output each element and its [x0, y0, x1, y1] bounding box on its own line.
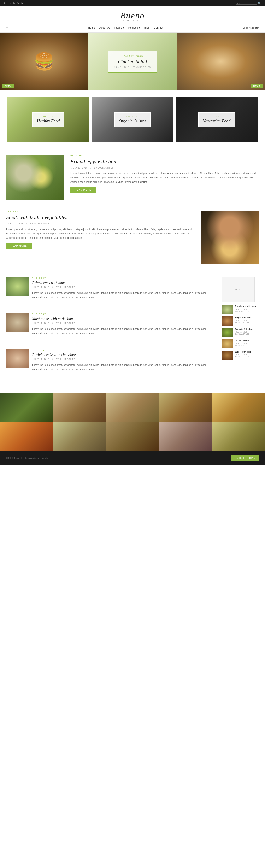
section-divider-1	[6, 271, 259, 271]
category-card-2[interactable]: THE BEST Vegetarian Food	[175, 97, 258, 142]
featured-read-more[interactable]: Read More	[70, 187, 96, 193]
blog-author-0: BY JULIA STILES	[56, 286, 75, 288]
blog-item-text-0: Lorem ipsum dolor sit amet, consectetur …	[32, 291, 218, 300]
blog-thumb-2	[6, 349, 29, 368]
site-tagline: Food Blog	[0, 20, 265, 22]
nav-about[interactable]: About Us	[99, 26, 110, 29]
steak-read-more[interactable]: Read More	[6, 243, 32, 249]
sidebar-thumb-info-2: Avocado & Olsters JULY 11, 2018 BY JULIA…	[235, 328, 253, 335]
hero-author: BY JULIA STILES	[133, 66, 151, 68]
gallery-image-3	[159, 393, 212, 422]
blog-item-meta-1: JULY 11, 2018 / BY JULIA STILES	[32, 322, 218, 324]
blog-date-1: JULY 11, 2018	[33, 322, 49, 324]
twitter-icon[interactable]: t	[7, 2, 8, 5]
pinterest-icon[interactable]: p	[10, 2, 11, 5]
dribbble-icon[interactable]: ⊕	[17, 2, 19, 5]
category-card-0[interactable]: THE BEST Healthy Food	[7, 97, 90, 142]
prev-arrow[interactable]: PREV	[2, 84, 14, 88]
featured-article-content: HEALTHY Friend eggs with ham JULY 11, 20…	[70, 155, 259, 193]
gallery-image-4	[212, 393, 265, 422]
gallery-image-1	[53, 393, 106, 422]
gallery-grid	[0, 393, 265, 451]
steak-date: JULY 11, 2018	[7, 223, 23, 225]
gallery-item-9[interactable]	[212, 422, 265, 451]
category-title-2: Vegetarian Food	[203, 119, 231, 123]
hero-meta: JULY 11, 2018 / BY JULIA STILES	[114, 66, 151, 68]
blog-date-0: JULY 11, 2018	[33, 286, 49, 288]
blog-list-item-0: THE BEST Friend eggs with ham JULY 11, 2…	[6, 277, 218, 308]
sidebar-thumb-3: Tortilla prawns JULY 11, 2018 BY JULIA S…	[222, 339, 259, 348]
social-icons: f t p ◎ ⊕ in	[4, 2, 23, 5]
featured-date: JULY 11, 2018	[71, 167, 88, 169]
gallery-item-5[interactable]	[0, 422, 53, 451]
featured-author: BY JULIA STILES	[94, 167, 114, 169]
sidebar-thumb-info-3: Tortilla prawns JULY 11, 2018 BY JULIA S…	[235, 339, 250, 346]
gallery-image-6	[53, 422, 106, 451]
search-icon[interactable]: 🔍	[258, 2, 261, 5]
top-bar: f t p ◎ ⊕ in 🔍	[0, 0, 265, 6]
gallery-image-5	[0, 422, 53, 451]
blog-author-2: BY JULIA STILES	[56, 358, 75, 361]
hamburger-icon[interactable]: ≡	[6, 26, 8, 30]
blog-item-text-2: Lorem ipsum dolor sit amet, consectetur …	[32, 363, 218, 371]
blog-item-category-0: THE BEST	[32, 277, 218, 279]
nav-recipes[interactable]: Recipes ▾	[128, 26, 140, 29]
facebook-icon[interactable]: f	[4, 2, 5, 5]
sidebar-thumb-info-4: Burger with fries JULY 11, 2018 BY JULIA…	[235, 350, 251, 358]
gallery-item-2[interactable]	[106, 393, 159, 422]
blog-item-content-2: THE BEST Birthday cake with chocolate JU…	[32, 349, 218, 375]
back-to-top-button[interactable]: BACK TO TOP ↑	[231, 455, 259, 461]
blog-list: THE BEST Friend eggs with ham JULY 11, 2…	[6, 277, 218, 385]
steak-article-image	[201, 211, 259, 265]
search-bar: 🔍	[236, 2, 261, 5]
nav-blog[interactable]: Blog	[144, 26, 150, 29]
gallery-item-3[interactable]	[159, 393, 212, 422]
steak-category: THE BEST	[6, 211, 195, 213]
ad-placeholder: 140×300	[222, 277, 255, 302]
main-nav: ≡ Home About Us Pages ▾ Recipes ▾ Blog C…	[0, 23, 265, 32]
site-logo[interactable]: Bueno	[0, 10, 265, 21]
gallery-item-1[interactable]	[53, 393, 106, 422]
blog-item-title-0: Friend eggs with ham	[32, 281, 218, 285]
login-register[interactable]: Login / Register	[243, 27, 259, 29]
sidebar-thumb-title-3: Tortilla prawns	[235, 339, 250, 342]
sidebar-thumb-meta-0: JULY 11, 2018 BY JULIA STILES	[235, 308, 256, 312]
category-sub-1: THE BEST	[119, 116, 146, 118]
search-input[interactable]	[236, 2, 257, 5]
blog-item-category-2: THE BEST	[32, 349, 218, 351]
category-label-0: THE BEST Healthy Food	[32, 112, 64, 127]
gallery-image-0	[0, 393, 53, 422]
blog-thumb-image-2	[6, 349, 29, 368]
gallery-image-2	[106, 393, 159, 422]
hero-center-overlay: HEALTHY FOOD Chicken Salad JULY 11, 2018…	[89, 32, 177, 91]
steak-author: BY JULIA STILES	[30, 223, 50, 225]
steak-article-content: THE BEST Steak with boiled vegetables JU…	[6, 211, 195, 249]
steak-meta: JULY 11, 2018 / BY JULIA STILES	[6, 223, 195, 225]
nav-home[interactable]: Home	[88, 26, 95, 29]
category-label-1: THE BEST Organic Cuisine	[114, 112, 151, 127]
blog-item-title-1: Mushrooms with pork chop	[32, 317, 218, 321]
burger-fries-image	[201, 211, 259, 265]
gallery-item-4[interactable]	[212, 393, 265, 422]
nav-contact[interactable]: Contact	[154, 26, 163, 29]
nav-pages[interactable]: Pages ▾	[114, 26, 124, 29]
categories-section: THE BEST Healthy Food THE BEST Organic C…	[0, 97, 265, 142]
next-arrow[interactable]: NEXT	[251, 84, 263, 88]
blog-item-content-0: THE BEST Friend eggs with ham JULY 11, 2…	[32, 277, 218, 303]
linkedin-icon[interactable]: in	[21, 2, 23, 5]
instagram-icon[interactable]: ◎	[13, 2, 15, 5]
gallery-item-6[interactable]	[53, 422, 106, 451]
blog-list-item-1: THE BEST Mushrooms with pork chop JULY 1…	[6, 313, 218, 344]
blog-item-content-1: THE BEST Mushrooms with pork chop JULY 1…	[32, 313, 218, 339]
gallery-item-0[interactable]	[0, 393, 53, 422]
sidebar-thumb-title-0: Friend eggs with ham	[235, 305, 256, 308]
meta-separator: /	[91, 167, 91, 169]
category-label-2: THE BEST Vegetarian Food	[198, 112, 235, 127]
gallery-item-7[interactable]	[106, 422, 159, 451]
hero-category: HEALTHY FOOD	[114, 55, 151, 57]
hero-slide-center: HEALTHY FOOD Chicken Salad JULY 11, 2018…	[89, 32, 177, 91]
gallery-item-8[interactable]	[159, 422, 212, 451]
hero-right-image	[176, 32, 265, 91]
sidebar-thumb-image-2	[222, 328, 233, 337]
category-card-1[interactable]: THE BEST Organic Cuisine	[92, 97, 174, 142]
